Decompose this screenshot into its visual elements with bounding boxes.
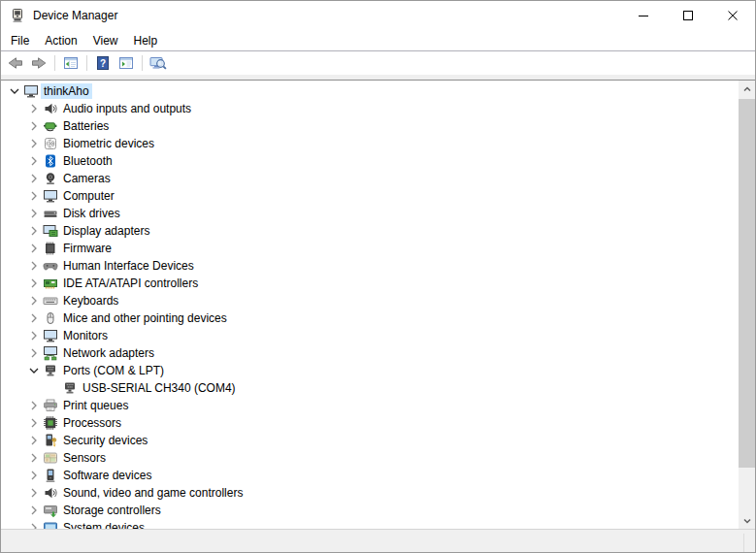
chevron-down-icon[interactable] xyxy=(25,363,43,378)
chevron-right-icon[interactable] xyxy=(25,258,43,274)
tree-item-firmware[interactable]: Firmware xyxy=(1,240,739,257)
tree-item-security-devices[interactable]: Security devices xyxy=(1,432,739,449)
menu-help[interactable]: Help xyxy=(126,31,166,50)
tree-item-ide-controllers[interactable]: IDE ATA/ATAPI controllers xyxy=(1,275,739,292)
chevron-right-icon[interactable] xyxy=(25,223,43,239)
chevron-right-icon[interactable] xyxy=(25,398,43,413)
tree-item-label[interactable]: Biometric devices xyxy=(60,136,157,151)
tree-item-label[interactable]: IDE ATA/ATAPI controllers xyxy=(60,276,201,291)
tree-item-label[interactable]: Processors xyxy=(60,415,124,431)
tree-item-system-devices[interactable]: System devices xyxy=(1,519,739,529)
tree-item-label[interactable]: Storage controllers xyxy=(60,503,164,518)
tree-item-keyboards[interactable]: Keyboards xyxy=(1,292,739,309)
tree-item-sensors[interactable]: Sensors xyxy=(1,449,739,467)
tree-item-software-devices[interactable]: Software devices xyxy=(1,467,739,484)
tree-item-label[interactable]: Ports (COM & LPT) xyxy=(60,363,167,378)
tree-item-label[interactable]: Sound, video and game controllers xyxy=(60,485,246,501)
show-hide-action-pane-button[interactable] xyxy=(115,52,138,74)
help-button[interactable]: ? xyxy=(91,52,115,74)
back-button[interactable] xyxy=(4,52,27,74)
tree-item-label[interactable]: Firmware xyxy=(60,241,115,256)
tree-item-label[interactable]: Bluetooth xyxy=(60,153,115,169)
back-arrow-icon xyxy=(7,55,24,71)
tree-item-audio-inputs[interactable]: Audio inputs and outputs xyxy=(1,100,739,117)
chevron-right-icon[interactable] xyxy=(25,171,43,186)
maximize-button[interactable] xyxy=(666,1,710,30)
tree-item-display-adapters[interactable]: Display adapters xyxy=(1,222,739,240)
tree-item-thinkaho[interactable]: thinkAho xyxy=(1,82,739,100)
chevron-right-icon[interactable] xyxy=(25,485,43,501)
tree-item-bluetooth[interactable]: Bluetooth xyxy=(1,152,739,170)
scroll-down-button[interactable] xyxy=(739,512,755,529)
chevron-right-icon[interactable] xyxy=(25,118,43,134)
serial-port-icon xyxy=(43,363,60,378)
menu-view[interactable]: View xyxy=(85,31,126,50)
tree-item-label[interactable]: Mice and other pointing devices xyxy=(60,310,230,326)
tree-item-label[interactable]: Print queues xyxy=(60,398,131,413)
tree-item-label[interactable]: thinkAho xyxy=(41,83,92,99)
scrollbar-track[interactable] xyxy=(739,97,755,512)
tree-item-label[interactable]: System devices xyxy=(60,520,148,529)
chevron-right-icon[interactable] xyxy=(25,153,43,169)
tree-item-label[interactable]: Human Interface Devices xyxy=(60,258,197,274)
show-hide-console-tree-button[interactable] xyxy=(59,52,82,74)
chevron-right-icon[interactable] xyxy=(25,520,43,529)
tree-item-label[interactable]: USB-SERIAL CH340 (COM4) xyxy=(80,380,239,396)
vertical-scrollbar[interactable] xyxy=(739,81,755,529)
tree-item-usb-serial-ch340[interactable]: USB-SERIAL CH340 (COM4) xyxy=(1,379,739,397)
scan-for-hardware-changes-button[interactable] xyxy=(147,52,170,74)
tree-item-cameras[interactable]: Cameras xyxy=(1,170,739,187)
menu-file[interactable]: File xyxy=(3,31,37,50)
tree-item-label[interactable]: Monitors xyxy=(60,328,111,343)
chevron-down-icon[interactable] xyxy=(6,83,23,99)
tree-item-label[interactable]: Network adapters xyxy=(60,345,157,361)
tree-item-human-interface-devices[interactable]: Human Interface Devices xyxy=(1,257,739,275)
scroll-up-button[interactable] xyxy=(739,81,755,97)
chevron-right-icon[interactable] xyxy=(25,241,43,256)
tree-item-ports-com-lpt[interactable]: Ports (COM & LPT) xyxy=(1,362,739,379)
tree-item-disk-drives[interactable]: Disk drives xyxy=(1,205,739,222)
tree-item-label[interactable]: Batteries xyxy=(60,118,112,134)
tree-item-storage-controllers[interactable]: Storage controllers xyxy=(1,502,739,519)
chevron-right-icon[interactable] xyxy=(25,345,43,361)
close-button[interactable] xyxy=(710,1,755,30)
chevron-right-icon[interactable] xyxy=(25,468,43,483)
chevron-right-icon[interactable] xyxy=(25,328,43,343)
chevron-right-icon[interactable] xyxy=(25,415,43,431)
tree-item-label[interactable]: Audio inputs and outputs xyxy=(60,101,194,116)
minimize-button[interactable] xyxy=(621,1,666,30)
tree-item-label[interactable]: Computer xyxy=(60,188,117,204)
chevron-right-icon[interactable] xyxy=(25,293,43,309)
tree-item-network-adapters[interactable]: Network adapters xyxy=(1,344,739,362)
tree-item-print-queues[interactable]: Print queues xyxy=(1,397,739,414)
chevron-up-icon xyxy=(740,81,755,97)
chevron-right-icon[interactable] xyxy=(25,503,43,518)
tree-item-label[interactable]: Disk drives xyxy=(60,206,123,221)
menu-action[interactable]: Action xyxy=(37,31,84,50)
scan-hardware-icon xyxy=(149,55,167,71)
tree-item-biometric-devices[interactable]: Biometric devices xyxy=(1,135,739,152)
tree-item-label[interactable]: Keyboards xyxy=(60,293,121,309)
chevron-right-icon[interactable] xyxy=(25,433,43,448)
tree-item-processors[interactable]: Processors xyxy=(1,414,739,432)
tree-item-label[interactable]: Sensors xyxy=(60,450,109,466)
chevron-right-icon[interactable] xyxy=(25,188,43,204)
monitor-icon xyxy=(43,328,60,343)
tree-item-computer[interactable]: Computer xyxy=(1,187,739,205)
chevron-right-icon[interactable] xyxy=(25,136,43,151)
tree-item-sound-video-game[interactable]: Sound, video and game controllers xyxy=(1,484,739,502)
tree-item-label[interactable]: Software devices xyxy=(60,468,154,483)
tree-item-label[interactable]: Display adapters xyxy=(60,223,152,239)
scrollbar-thumb[interactable] xyxy=(739,99,755,468)
forward-button[interactable] xyxy=(27,52,50,74)
tree-item-mice[interactable]: Mice and other pointing devices xyxy=(1,309,739,327)
chevron-right-icon[interactable] xyxy=(25,276,43,291)
tree-item-batteries[interactable]: Batteries xyxy=(1,117,739,135)
chevron-right-icon[interactable] xyxy=(25,450,43,466)
chevron-right-icon[interactable] xyxy=(25,206,43,221)
tree-item-label[interactable]: Cameras xyxy=(60,171,114,186)
chevron-right-icon[interactable] xyxy=(25,101,43,116)
tree-item-monitors[interactable]: Monitors xyxy=(1,327,739,344)
chevron-right-icon[interactable] xyxy=(25,310,43,326)
tree-item-label[interactable]: Security devices xyxy=(60,433,150,448)
